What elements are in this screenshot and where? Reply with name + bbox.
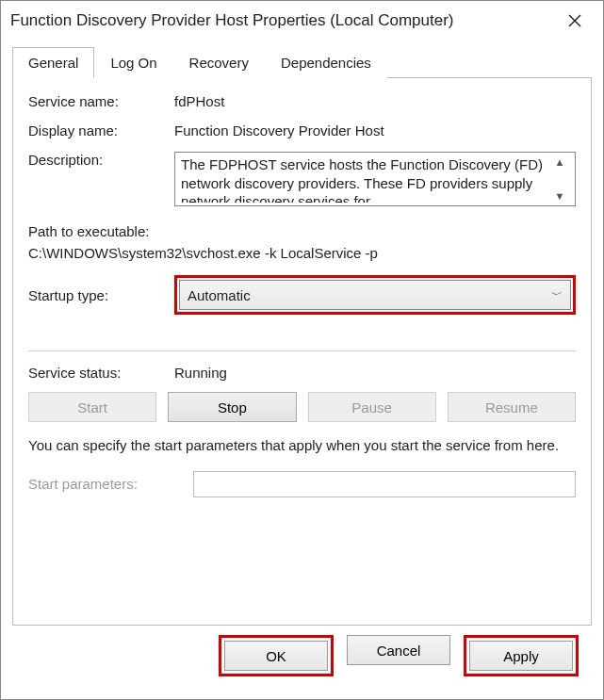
label-display-name: Display name: [28, 122, 174, 138]
properties-dialog: Function Discovery Provider Host Propert… [0, 0, 604, 700]
window-title: Function Discovery Provider Host Propert… [10, 11, 454, 30]
scroll-down-icon[interactable]: ▼ [555, 190, 565, 202]
apply-button[interactable]: Apply [469, 641, 573, 671]
service-control-buttons: Start Stop Pause Resume [28, 392, 576, 422]
value-path: C:\WINDOWS\system32\svchost.exe -k Local… [28, 243, 576, 265]
ok-button[interactable]: OK [224, 641, 328, 671]
row-startup-type: Startup type: Automatic ﹀ [28, 275, 576, 315]
close-button[interactable] [554, 7, 596, 35]
chevron-down-icon: ﹀ [551, 287, 563, 303]
tab-general[interactable]: General [12, 47, 94, 78]
resume-button: Resume [448, 392, 576, 422]
divider [28, 350, 576, 351]
dialog-content: General Log On Recovery Dependencies Ser… [1, 41, 603, 699]
label-startup-type: Startup type: [28, 287, 174, 303]
stop-button[interactable]: Stop [168, 392, 296, 422]
value-description: The FDPHOST service hosts the Function D… [181, 155, 550, 203]
row-description: Description: The FDPHOST service hosts t… [28, 152, 576, 206]
scroll-up-icon[interactable]: ▲ [555, 156, 565, 168]
row-start-params: Start parameters: [28, 471, 576, 497]
row-display-name: Display name: Function Discovery Provide… [28, 122, 576, 138]
start-params-input [193, 471, 576, 497]
row-service-status: Service status: Running [28, 365, 576, 381]
value-display-name: Function Discovery Provider Host [174, 122, 576, 138]
description-box: The FDPHOST service hosts the Function D… [174, 152, 576, 206]
value-service-status: Running [174, 365, 227, 381]
dialog-footer: OK Cancel Apply [12, 626, 592, 690]
tab-strip: General Log On Recovery Dependencies [12, 46, 592, 78]
label-start-params: Start parameters: [28, 476, 193, 492]
label-path: Path to executable: [28, 221, 576, 243]
row-service-name: Service name: fdPHost [28, 93, 576, 109]
close-icon [568, 14, 581, 27]
titlebar: Function Discovery Provider Host Propert… [1, 1, 603, 41]
tab-log-on[interactable]: Log On [94, 47, 172, 78]
row-path: Path to executable: C:\WINDOWS\system32\… [28, 221, 576, 264]
label-service-status: Service status: [28, 365, 174, 381]
startup-type-value: Automatic [188, 287, 251, 303]
startup-type-dropdown[interactable]: Automatic ﹀ [179, 280, 571, 310]
tab-recovery[interactable]: Recovery [173, 47, 265, 78]
value-service-name: fdPHost [174, 93, 576, 109]
cancel-button[interactable]: Cancel [347, 635, 450, 665]
tab-panel-general: Service name: fdPHost Display name: Func… [12, 78, 592, 626]
pause-button: Pause [308, 392, 436, 422]
label-service-name: Service name: [28, 93, 174, 109]
start-params-hint: You can specify the start parameters tha… [28, 435, 576, 456]
label-description: Description: [28, 152, 174, 168]
description-scrollbar[interactable]: ▲ ▼ [550, 155, 569, 203]
tab-dependencies[interactable]: Dependencies [265, 47, 387, 78]
start-button: Start [28, 392, 156, 422]
